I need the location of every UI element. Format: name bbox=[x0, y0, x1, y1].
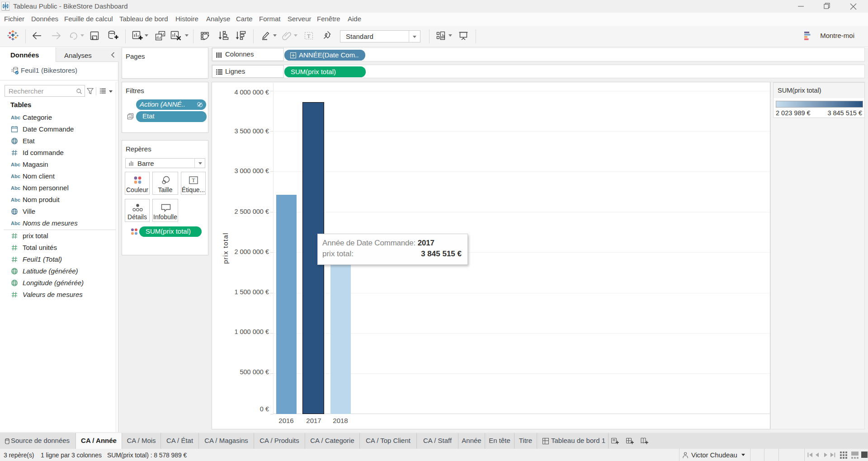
svg-text:T: T bbox=[307, 33, 311, 39]
svg-text:T: T bbox=[192, 177, 195, 183]
